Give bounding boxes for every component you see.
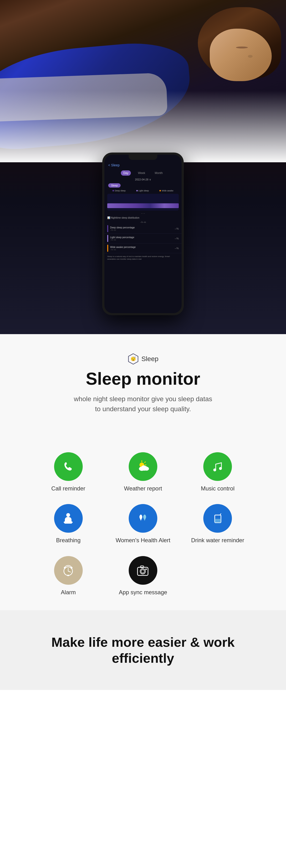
feature-drink-water: Drink water reminder xyxy=(185,504,250,544)
svg-point-21 xyxy=(67,575,69,576)
svg-point-12 xyxy=(66,513,70,517)
app-screen: < Sleep Day Week Month 2022-04-28 ∨ Slee… xyxy=(104,155,182,313)
svg-point-26 xyxy=(145,568,147,570)
svg-rect-14 xyxy=(215,519,221,523)
stat-deep-name: Deep sleep percentage xyxy=(110,226,175,229)
bottom-title: Make life more easier & work efficiently xyxy=(19,634,267,666)
feature-music-control: Music control xyxy=(185,452,250,492)
alarm-icon xyxy=(61,562,76,578)
app-sync-icon-circle xyxy=(129,556,157,585)
app-header: < Sleep xyxy=(104,161,182,169)
sleep-chart xyxy=(107,194,179,211)
feature-womens-health: Women's Health Alert xyxy=(110,504,175,544)
sleep-legend: Deep sleep Light sleep Wide awake xyxy=(104,189,182,193)
phone-body: < Sleep Day Week Month 2022-04-28 ∨ Slee… xyxy=(103,153,183,315)
phone-icon xyxy=(61,459,76,474)
app-date[interactable]: 2022-04-28 ∨ xyxy=(104,177,182,182)
feature-breathing: Breathing xyxy=(36,504,101,544)
music-control-label: Music control xyxy=(201,485,235,492)
svg-point-11 xyxy=(219,467,222,470)
sleep-hexagon-icon: 😴 xyxy=(128,353,139,365)
main-title: Sleep monitor xyxy=(9,369,277,388)
sleep-label-text: Sleep xyxy=(108,183,120,188)
sleep-chart-bar xyxy=(107,203,179,208)
weather-report-label: Weather report xyxy=(124,485,162,492)
hero-section: < Sleep Day Week Month 2022-04-28 ∨ Slee… xyxy=(0,0,286,334)
drink-water-icon-circle xyxy=(203,504,232,533)
womens-health-icon-circle xyxy=(129,504,157,533)
stat-deep-value: --h--m xyxy=(110,229,175,231)
tab-month[interactable]: Month xyxy=(152,170,165,176)
stat-awake-name: Wide awake percentage xyxy=(110,246,175,248)
stat-light-bar xyxy=(107,235,108,242)
svg-point-20 xyxy=(71,567,72,569)
legend-awake-dot xyxy=(159,190,161,191)
sleep-icon-badge: 😴 Sleep xyxy=(128,353,158,365)
svg-text:😴: 😴 xyxy=(131,356,136,362)
feature-app-sync: App sync message xyxy=(110,556,175,596)
stat-deep: Deep sleep percentage --h--m --% xyxy=(104,224,182,234)
phone-screen: < Sleep Day Week Month 2022-04-28 ∨ Slee… xyxy=(104,155,182,313)
call-reminder-label: Call reminder xyxy=(51,485,85,492)
legend-light-label: Light sleep xyxy=(139,189,149,192)
bottom-section: Make life more easier & work efficiently xyxy=(0,610,286,690)
stat-awake-value: --h--m xyxy=(110,248,175,251)
alarm-label: Alarm xyxy=(61,589,76,596)
breathing-icon xyxy=(61,511,76,526)
sleep-content-section: 😴 Sleep Sleep monitor whole night sleep … xyxy=(0,334,286,443)
stat-awake: Wide awake percentage --h--m --% xyxy=(104,243,182,253)
stat-light-info: Light sleep percentage --h--m xyxy=(110,236,175,241)
stat-light-name: Light sleep percentage xyxy=(110,236,175,239)
legend-light-dot xyxy=(136,190,138,191)
alarm-icon-circle xyxy=(54,556,83,585)
phone-mockup: < Sleep Day Week Month 2022-04-28 ∨ Slee… xyxy=(103,153,183,315)
total-time: --h--m xyxy=(104,220,182,224)
app-back-button[interactable]: < Sleep xyxy=(108,163,120,167)
stat-light-percent: --% xyxy=(175,237,179,240)
stat-light: Light sleep percentage --h--m --% xyxy=(104,234,182,243)
features-grid: Call reminder Weather report xyxy=(36,452,250,596)
subtitle: whole night sleep monitor give you sleep… xyxy=(71,394,215,414)
drink-water-label: Drink water reminder xyxy=(191,536,244,544)
svg-point-9 xyxy=(141,465,146,469)
svg-point-10 xyxy=(213,468,216,471)
stat-awake-info: Wide awake percentage --h--m xyxy=(110,246,175,251)
stat-light-value: --h--m xyxy=(110,239,175,241)
feature-weather-report: Weather report xyxy=(110,452,175,492)
call-reminder-icon-circle xyxy=(54,452,83,481)
svg-line-4 xyxy=(145,462,145,463)
app-sync-label: App sync message xyxy=(119,589,167,596)
distribution-section-title: 📊 Nighttime sleep distribution xyxy=(104,215,182,220)
features-section: Call reminder Weather report xyxy=(0,443,286,610)
app-tabs: Day Week Month xyxy=(104,169,182,177)
stat-deep-percent: --% xyxy=(175,227,179,230)
legend-deep: Deep sleep xyxy=(112,189,126,192)
womens-health-label: Women's Health Alert xyxy=(116,536,170,544)
svg-rect-25 xyxy=(140,566,144,568)
camera-icon xyxy=(135,562,151,578)
svg-point-24 xyxy=(141,570,144,573)
legend-deep-label: Deep sleep xyxy=(115,189,126,192)
weather-icon xyxy=(135,458,151,475)
sleep-section-label: Sleep xyxy=(141,355,158,363)
tab-week[interactable]: Week xyxy=(136,170,147,176)
tab-day[interactable]: Day xyxy=(121,170,131,176)
music-control-icon-circle xyxy=(203,452,232,481)
drink-water-icon xyxy=(210,511,225,526)
feature-call-reminder: Call reminder xyxy=(36,452,101,492)
stat-awake-percent: --% xyxy=(175,247,179,250)
svg-point-19 xyxy=(64,567,66,569)
app-footer-text: Sleep is a natural way of rest to mainta… xyxy=(104,253,182,262)
stat-deep-info: Deep sleep percentage --h--m xyxy=(110,226,175,231)
stat-deep-bar xyxy=(107,225,108,232)
dash-line: -- -- xyxy=(104,212,182,215)
womens-health-icon xyxy=(135,511,151,526)
music-icon xyxy=(210,459,225,474)
weather-report-icon-circle xyxy=(129,452,157,481)
breathing-icon-circle xyxy=(54,504,83,533)
feature-alarm: Alarm xyxy=(36,556,101,596)
legend-awake-label: Wide awake xyxy=(162,189,173,192)
legend-deep-dot xyxy=(112,190,114,191)
stat-awake-bar xyxy=(107,245,108,252)
sleep-label: Sleep xyxy=(104,182,182,189)
